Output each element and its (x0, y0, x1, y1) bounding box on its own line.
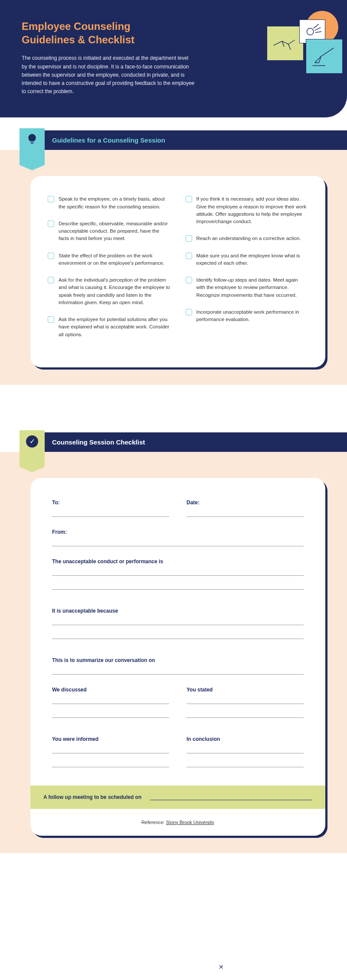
date-label: Date: (187, 500, 304, 506)
reference-link[interactable]: Stony Brook University (166, 820, 214, 825)
followup-label: A follow up meeting to be scheduled on (43, 794, 141, 800)
header-panel: Employee Counseling Guidelines & Checkli… (0, 0, 347, 117)
section-tab-bulb (20, 128, 45, 165)
input-line[interactable] (52, 667, 304, 675)
header-illustration (267, 9, 347, 91)
section-tab-check: ✓ (20, 430, 45, 467)
section-header-guidelines: Guidelines for a Counseling Session (0, 130, 347, 150)
guideline-item: Make sure you and the employee know what… (186, 252, 308, 267)
discussed-field: We discussed (52, 687, 169, 724)
conduct-field: The unacceptable conduct or performance … (52, 558, 304, 596)
date-input-line[interactable] (187, 509, 304, 517)
discussed-label: We discussed (52, 687, 169, 693)
input-line[interactable] (52, 746, 169, 753)
lightbulb-icon (27, 133, 37, 146)
input-line[interactable] (52, 696, 169, 704)
from-label: From: (52, 529, 304, 535)
guideline-item: Ask the employee for potential solutions… (48, 316, 170, 338)
checkbox-icon[interactable] (186, 196, 192, 202)
checkbox-icon[interactable] (186, 277, 192, 283)
guideline-text: If you think it is necessary, add your i… (196, 195, 308, 225)
guideline-item: If you think it is necessary, add your i… (186, 195, 308, 225)
input-line[interactable] (52, 710, 169, 718)
because-field: It is unacceptable because (52, 608, 304, 645)
input-line[interactable] (52, 568, 304, 576)
input-line[interactable] (187, 696, 304, 704)
section-title-guidelines: Guidelines for a Counseling Session (52, 136, 165, 144)
guideline-text: Ask the employee for potential solutions… (59, 316, 170, 338)
checklist-form-card: To: Date: From: The unacceptable conduct… (30, 478, 325, 836)
reference-label: Reference: (141, 820, 166, 825)
to-input-line[interactable] (52, 509, 169, 517)
input-line[interactable] (52, 582, 304, 590)
input-line[interactable] (187, 710, 304, 718)
checkbox-icon[interactable] (48, 221, 54, 227)
guideline-text: Make sure you and the employee know what… (196, 252, 308, 267)
guidelines-column-right: If you think it is necessary, add your i… (186, 195, 308, 348)
guideline-item: Identify follow-up steps and dates. Meet… (186, 276, 308, 299)
reference-text: Reference: Stony Brook University (52, 820, 304, 825)
stated-field: You stated (187, 687, 304, 724)
guideline-item: State the effect of the problem on the w… (48, 252, 170, 267)
stated-label: You stated (187, 687, 304, 693)
to-field: To: (52, 500, 169, 517)
guidelines-column-left: Speak to the employee, on a timely basis… (48, 195, 170, 348)
checkmark-icon: ✓ (26, 435, 38, 448)
header-description: The counseling process is initiated and … (22, 54, 195, 96)
guideline-text: Identify follow-up steps and dates. Meet… (196, 276, 308, 299)
date-field: Date: (187, 500, 304, 517)
summarize-label: This is to summarize our conversation on (52, 657, 304, 663)
input-line[interactable] (52, 759, 169, 767)
conclusion-field: In conclusion (187, 736, 304, 773)
svg-point-0 (307, 28, 313, 35)
guideline-text: Describe specific, observable, measurabl… (59, 220, 170, 243)
summarize-field: This is to summarize our conversation on (52, 657, 304, 675)
from-input-line[interactable] (52, 539, 304, 546)
guideline-text: State the effect of the problem on the w… (59, 252, 170, 267)
input-line[interactable] (187, 759, 304, 767)
guidelines-section: Speak to the employee, on a timely basis… (0, 150, 347, 385)
from-field: From: (52, 529, 304, 546)
guideline-text: Reach an understanding on a corrective a… (196, 235, 301, 242)
checklist-section: To: Date: From: The unacceptable conduct… (0, 452, 347, 853)
checkbox-icon[interactable] (186, 309, 192, 315)
because-label: It is unacceptable because (52, 608, 304, 614)
informed-label: You were informed (52, 736, 169, 742)
handshake-illustration (267, 26, 304, 61)
informed-field: You were informed (52, 736, 169, 773)
input-line[interactable] (52, 631, 304, 639)
writing-illustration (306, 39, 343, 74)
input-line[interactable] (187, 746, 304, 753)
checkbox-icon[interactable] (48, 277, 54, 283)
guideline-item: Incorporate unacceptable work performanc… (186, 308, 308, 324)
section-header-checklist: ✓ Counseling Session Checklist (0, 432, 347, 452)
section-title-checklist: Counseling Session Checklist (52, 438, 145, 446)
checkbox-icon[interactable] (48, 316, 54, 323)
guideline-item: Speak to the employee, on a timely basis… (48, 195, 170, 211)
checkbox-icon[interactable] (186, 235, 192, 242)
guideline-item: Ask for the individual's perception of t… (48, 276, 170, 306)
conclusion-label: In conclusion (187, 736, 304, 742)
guidelines-card: Speak to the employee, on a timely basis… (30, 176, 325, 367)
conduct-label: The unacceptable conduct or performance … (52, 558, 304, 565)
checkbox-icon[interactable] (48, 253, 54, 259)
guideline-item: Reach an understanding on a corrective a… (186, 235, 308, 242)
followup-bar: A follow up meeting to be scheduled on (30, 785, 325, 809)
guideline-text: Speak to the employee, on a timely basis… (59, 195, 170, 211)
checkbox-icon[interactable] (48, 196, 54, 202)
page-title: Employee Counseling Guidelines & Checkli… (22, 19, 169, 46)
input-line[interactable] (52, 617, 304, 625)
guideline-text: Incorporate unacceptable work performanc… (196, 308, 308, 324)
checkbox-icon[interactable] (186, 253, 192, 259)
guideline-item: Describe specific, observable, measurabl… (48, 220, 170, 243)
followup-input-line[interactable] (150, 794, 312, 800)
to-label: To: (52, 500, 169, 506)
guideline-text: Ask for the individual's perception of t… (59, 276, 170, 306)
